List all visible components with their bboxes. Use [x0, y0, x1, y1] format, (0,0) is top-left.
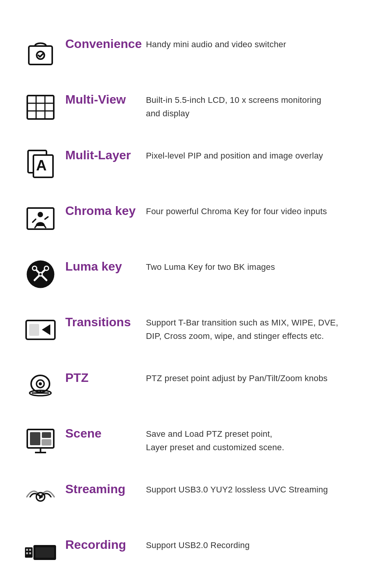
icon-wrapper-chroma-key	[15, 201, 65, 235]
feature-title-convenience: Convenience	[65, 34, 146, 51]
feature-title-multi-view: Multi-View	[65, 89, 146, 107]
svg-text:A: A	[36, 157, 46, 173]
svg-rect-46	[29, 549, 31, 551]
svg-rect-26	[30, 324, 39, 335]
feature-item-recording: Recording Support USB2.0 Recording	[15, 524, 369, 580]
recording-icon	[24, 536, 57, 569]
feature-title-transitions: Transitions	[65, 312, 146, 329]
scene-icon	[24, 425, 57, 458]
ptz-icon	[24, 369, 57, 402]
icon-wrapper-ptz	[15, 368, 65, 402]
feature-desc-multi-view: Built-in 5.5-inch LCD, 10 x screens moni…	[146, 89, 369, 120]
feature-item-scene: Scene Save and Load PTZ preset point, La…	[15, 413, 369, 468]
feature-desc-streaming: Support USB3.0 YUY2 lossless UVC Streami…	[146, 479, 369, 496]
svg-rect-45	[26, 552, 28, 554]
svg-line-15	[45, 217, 48, 219]
feature-item-transitions: Transitions Support T-Bar transition suc…	[15, 301, 369, 357]
feature-item-luma-key: Luma key Two Luma Key for two BK images	[15, 246, 369, 301]
luma-icon	[24, 258, 57, 291]
svg-rect-38	[42, 439, 51, 445]
svg-rect-49	[35, 547, 54, 558]
svg-rect-37	[42, 432, 51, 438]
feature-title-streaming: Streaming	[65, 479, 146, 496]
icon-wrapper-scene	[15, 423, 65, 458]
feature-item-chroma-key: Chroma key Four powerful Chroma Key for …	[15, 190, 369, 246]
feature-title-scene: Scene	[65, 423, 146, 441]
icon-wrapper-streaming	[15, 479, 65, 513]
icon-wrapper-multi-view	[15, 89, 65, 124]
icon-wrapper-transitions	[15, 312, 65, 346]
feature-title-mulit-layer: Mulit-Layer	[65, 145, 146, 162]
feature-list: Convenience Handy mini audio and video s…	[15, 23, 369, 580]
layers-icon: A	[24, 147, 57, 179]
svg-rect-44	[26, 549, 28, 551]
feature-desc-luma-key: Two Luma Key for two BK images	[146, 256, 369, 274]
svg-point-31	[39, 382, 42, 385]
svg-marker-27	[42, 324, 50, 335]
feature-item-ptz: PTZ PTZ preset point adjust by Pan/Tilt/…	[15, 357, 369, 413]
feature-item-mulit-layer: A Mulit-Layer Pixel-level PIP and positi…	[15, 134, 369, 190]
feature-title-luma-key: Luma key	[65, 256, 146, 274]
feature-desc-chroma-key: Four powerful Chroma Key for four video …	[146, 201, 369, 218]
feature-item-convenience: Convenience Handy mini audio and video s…	[15, 23, 369, 79]
feature-desc-convenience: Handy mini audio and video switcher	[146, 34, 369, 51]
icon-wrapper-mulit-layer: A	[15, 145, 65, 179]
feature-item-streaming: Streaming Support USB3.0 YUY2 lossless U…	[15, 468, 369, 524]
streaming-icon	[24, 481, 57, 513]
svg-rect-2	[27, 96, 54, 119]
feature-desc-mulit-layer: Pixel-level PIP and position and image o…	[146, 145, 369, 162]
feature-title-recording: Recording	[65, 535, 146, 552]
icon-wrapper-recording	[15, 535, 65, 569]
grid-icon	[24, 91, 57, 124]
feature-title-chroma-key: Chroma key	[65, 201, 146, 218]
feature-desc-ptz: PTZ preset point adjust by Pan/Tilt/Zoom…	[146, 368, 369, 385]
svg-rect-43	[25, 547, 33, 558]
feature-desc-scene: Save and Load PTZ preset point, Layer pr…	[146, 423, 369, 454]
svg-rect-36	[30, 432, 40, 445]
svg-line-14	[33, 219, 36, 222]
icon-wrapper-convenience	[15, 34, 65, 68]
feature-desc-transitions: Support T-Bar transition such as MIX, WI…	[146, 312, 369, 343]
bag-icon	[24, 35, 57, 68]
feature-item-multi-view: Multi-View Built-in 5.5-inch LCD, 10 x s…	[15, 79, 369, 134]
feature-desc-recording: Support USB2.0 Recording	[146, 535, 369, 552]
transitions-icon	[24, 314, 57, 346]
svg-point-22	[45, 267, 48, 270]
svg-point-11	[38, 212, 43, 217]
svg-point-24	[39, 273, 41, 276]
svg-point-20	[33, 267, 36, 270]
svg-rect-47	[29, 552, 31, 554]
chroma-icon	[24, 202, 57, 235]
feature-title-ptz: PTZ	[65, 368, 146, 385]
icon-wrapper-luma-key	[15, 256, 65, 291]
